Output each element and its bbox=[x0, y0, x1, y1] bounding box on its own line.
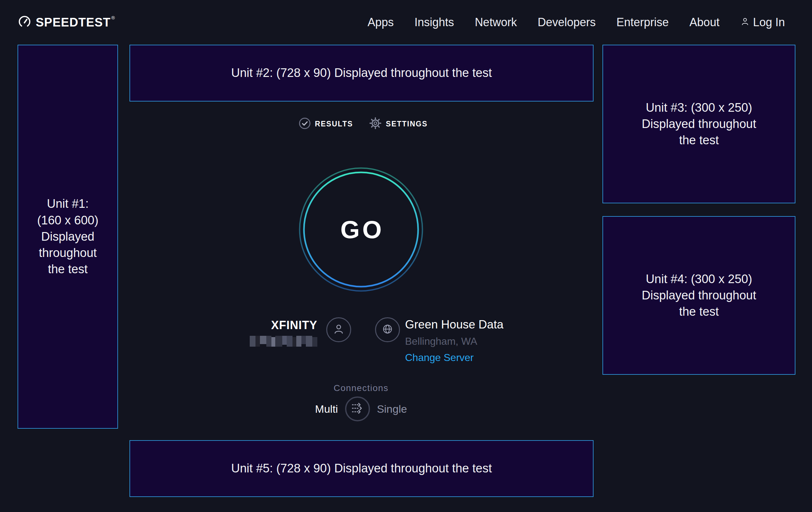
isp-name: XFINITY bbox=[228, 319, 317, 332]
ad-unit-5-text: Unit #5: (728 x 90) Displayed throughout… bbox=[231, 460, 492, 477]
check-circle-icon bbox=[299, 117, 311, 131]
ad-unit-3-text: Unit #3: (300 x 250) Displayed throughou… bbox=[635, 100, 763, 149]
nav-item-apps[interactable]: Apps bbox=[368, 16, 394, 29]
registered-mark: ® bbox=[111, 15, 115, 21]
ad-unit-4-text: Unit #4: (300 x 250) Displayed throughou… bbox=[635, 271, 763, 320]
tab-settings-label: SETTINGS bbox=[386, 120, 428, 128]
ad-unit-1[interactable]: Unit #1: (160 x 600) Displayed throughou… bbox=[18, 45, 118, 429]
ad-unit-3[interactable]: Unit #3: (300 x 250) Displayed throughou… bbox=[603, 45, 795, 203]
nav-item-insights[interactable]: Insights bbox=[415, 16, 454, 29]
nav-item-enterprise[interactable]: Enterprise bbox=[616, 16, 669, 29]
ad-unit-2-text: Unit #2: (728 x 90) Displayed throughout… bbox=[231, 65, 492, 81]
brand-name: SPEEDTEST® bbox=[36, 16, 115, 29]
results-settings-tabs: RESULTS bbox=[119, 117, 608, 131]
isp-avatar bbox=[326, 317, 351, 342]
login-button[interactable]: Log In bbox=[740, 16, 785, 29]
ad-unit-5[interactable]: Unit #5: (728 x 90) Displayed throughout… bbox=[129, 440, 593, 497]
nav-item-network[interactable]: Network bbox=[475, 16, 517, 29]
connection-toggle-button[interactable] bbox=[345, 397, 370, 421]
go-button-label: GO bbox=[299, 167, 423, 292]
multi-connection-arrows-icon bbox=[350, 401, 365, 417]
speedtest-page: SPEEDTEST® Apps Insights Network Develop… bbox=[0, 0, 812, 512]
ad-unit-4[interactable]: Unit #4: (300 x 250) Displayed throughou… bbox=[603, 216, 795, 375]
globe-icon bbox=[380, 322, 395, 338]
nav-item-about[interactable]: About bbox=[690, 16, 720, 29]
connections-label: Connections bbox=[117, 383, 605, 393]
tab-results[interactable]: RESULTS bbox=[299, 117, 353, 131]
connection-mode-multi[interactable]: Multi bbox=[315, 403, 338, 415]
connection-mode-single[interactable]: Single bbox=[377, 403, 407, 415]
go-button[interactable]: GO bbox=[299, 167, 423, 292]
person-icon bbox=[332, 322, 345, 337]
login-label: Log In bbox=[753, 16, 785, 29]
ad-unit-1-text: Unit #1: (160 x 600) Displayed throughou… bbox=[33, 196, 102, 277]
main-nav: Apps Insights Network Developers Enterpr… bbox=[368, 0, 785, 45]
speedtest-logo[interactable]: SPEEDTEST® bbox=[17, 0, 115, 45]
user-icon bbox=[740, 16, 750, 29]
ip-address-redacted bbox=[250, 336, 317, 347]
nav-item-developers[interactable]: Developers bbox=[538, 16, 596, 29]
server-location: Bellingham, WA bbox=[405, 335, 477, 347]
server-name: Green House Data bbox=[405, 318, 503, 331]
connections-row: Multi Single bbox=[117, 397, 605, 421]
tab-results-label: RESULTS bbox=[315, 120, 353, 128]
tab-settings[interactable]: SETTINGS bbox=[369, 117, 428, 131]
server-globe-badge bbox=[375, 317, 400, 342]
gear-icon bbox=[369, 117, 382, 131]
change-server-link[interactable]: Change Server bbox=[405, 352, 474, 363]
speedometer-gauge-icon bbox=[17, 15, 32, 30]
ad-unit-2[interactable]: Unit #2: (728 x 90) Displayed throughout… bbox=[129, 45, 593, 102]
